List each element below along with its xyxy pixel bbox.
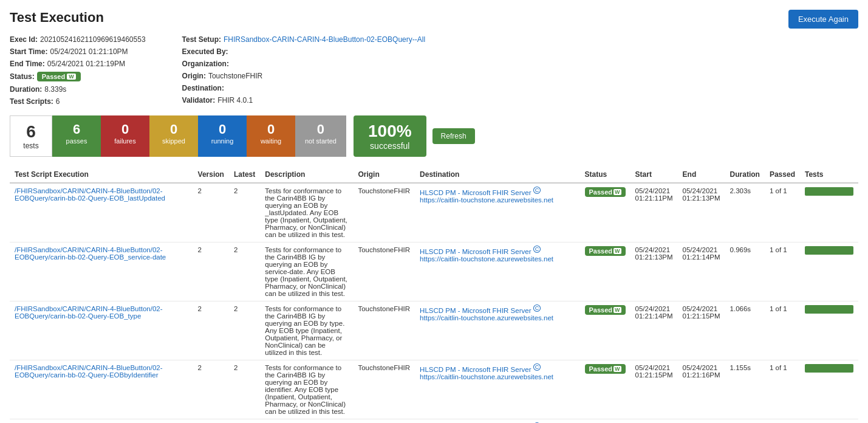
col-header-version: Version <box>193 167 229 183</box>
end-time-row: End Time: 05/24/2021 01:21:19PM <box>10 60 146 68</box>
page-title: Test Execution <box>10 10 858 26</box>
end-time-value: 05/24/2021 01:21:19PM <box>47 60 125 68</box>
start-time-row: Start Time: 05/24/2021 01:21:10PM <box>10 47 146 56</box>
destination-cell: HLSCD PM - Microsoft FHIR Server C https… <box>415 301 579 360</box>
end-cell: 05/24/202101:21:13PM <box>678 183 725 242</box>
duration-cell: 0.969s <box>725 242 765 301</box>
tests-cell <box>800 242 858 301</box>
passed-cell: 1 of 1 <box>765 301 800 360</box>
progress-bar-wrap <box>805 364 853 373</box>
status-cell: Passed W <box>580 301 630 360</box>
version-cell: 2 <box>193 360 229 419</box>
end-cell: 05/24/202101:21:18PM <box>678 419 725 424</box>
test-setup-row: Test Setup: FHIRSandbox-CARIN-CARIN-4-Bl… <box>182 35 426 44</box>
description-cell: Tests for conformance to the Carin4BB IG… <box>260 301 353 360</box>
origin-cell: TouchstoneFHIR <box>353 242 415 301</box>
passed-cell: 1 of 1 <box>765 183 800 242</box>
failures-label: failures <box>111 137 140 145</box>
executed-by-row: Executed By: <box>182 47 426 56</box>
version-cell: 2 <box>193 242 229 301</box>
destination-link[interactable]: HLSCD PM - Microsoft FHIR Server C https… <box>420 189 553 204</box>
col-header-origin: Origin <box>353 167 415 183</box>
duration-value: 8.339s <box>44 85 66 94</box>
exec-id-label: Exec Id: <box>10 35 38 44</box>
executed-by-label: Executed By: <box>182 47 228 56</box>
skipped-num: 0 <box>159 122 188 137</box>
origin-value: TouchstoneFHIR <box>208 72 262 80</box>
passed-cell: 1 of 1 <box>765 360 800 419</box>
waiting-label: waiting <box>256 137 285 145</box>
latest-cell: 2 <box>229 301 260 360</box>
latest-cell: 2 <box>229 183 260 242</box>
script-link[interactable]: /FHIRSandbox/CARIN/CARIN-4-BlueButton/02… <box>15 305 188 320</box>
end-cell: 05/24/202101:21:16PM <box>678 360 725 419</box>
destination-link[interactable]: HLSCD PM - Microsoft FHIR Server C https… <box>420 248 553 263</box>
summary-skipped: 0 skipped <box>149 115 198 157</box>
exec-id-row: Exec Id: 20210524162110969619460553 <box>10 35 146 44</box>
start-cell: 05/24/202101:21:13PM <box>630 242 678 301</box>
row-status-badge: Passed W <box>585 305 626 315</box>
destination-row: Destination: <box>182 84 426 92</box>
summary-waiting: 0 waiting <box>247 115 295 157</box>
status-badge: Passed W <box>37 72 81 81</box>
start-cell: 05/24/202101:21:11PM <box>630 183 678 242</box>
waiting-num: 0 <box>256 122 285 137</box>
duration-cell: 1.066s <box>725 301 765 360</box>
status-badge-text: Passed <box>42 73 66 80</box>
end-cell: 05/24/202101:21:15PM <box>678 301 725 360</box>
version-cell: 2 <box>193 419 229 424</box>
status-cell: Passed W <box>580 360 630 419</box>
notstarted-num: 0 <box>305 122 337 137</box>
validator-row: Validator: FHIR 4.0.1 <box>182 96 426 105</box>
progress-bar-wrap <box>805 187 853 196</box>
end-cell: 05/24/202101:21:14PM <box>678 242 725 301</box>
latest-cell: 2 <box>229 360 260 419</box>
progress-bar-wrap <box>805 246 853 255</box>
meta-col-left: Exec Id: 20210524162110969619460553 Star… <box>10 35 146 106</box>
passes-num: 6 <box>62 122 91 137</box>
col-header-start: Start <box>630 167 678 183</box>
running-label: running <box>208 137 237 145</box>
running-num: 0 <box>208 122 237 137</box>
start-time-label: Start Time: <box>10 47 47 56</box>
start-cell: 05/24/202101:21:14PM <box>630 301 678 360</box>
start-time-value: 05/24/2021 01:21:10PM <box>50 47 128 56</box>
progress-bar-fill <box>805 246 853 255</box>
destination-cell: HLSCD PM - Microsoft FHIR Server C https… <box>415 242 579 301</box>
origin-cell: TouchstoneFHIR <box>353 419 415 424</box>
tests-num: 6 <box>20 122 42 142</box>
script-link[interactable]: /FHIRSandbox/CARIN/CARIN-4-BlueButton/02… <box>15 246 188 261</box>
test-scripts-label: Test Scripts: <box>10 97 53 106</box>
origin-cell: TouchstoneFHIR <box>353 183 415 242</box>
origin-cell: TouchstoneFHIR <box>353 360 415 419</box>
table-row: /FHIRSandbox/CARIN/CARIN-4-BlueButton/02… <box>10 419 858 424</box>
passed-cell: 1 of 1 <box>765 242 800 301</box>
execute-again-button[interactable]: Execute Again <box>788 10 858 29</box>
script-link[interactable]: /FHIRSandbox/CARIN/CARIN-4-BlueButton/02… <box>15 364 188 379</box>
refresh-button[interactable]: Refresh <box>432 128 475 144</box>
row-status-badge: Passed W <box>585 364 626 374</box>
status-row: Status: Passed W <box>10 72 146 81</box>
row-status-badge: Passed W <box>585 187 626 197</box>
tests-cell <box>800 419 858 424</box>
col-header-description: Description <box>260 167 353 183</box>
destination-link[interactable]: HLSCD PM - Microsoft FHIR Server C https… <box>420 366 553 380</box>
progress-bar-wrap <box>805 305 853 314</box>
meta-col-right: Test Setup: FHIRSandbox-CARIN-CARIN-4-Bl… <box>182 35 426 106</box>
destination-link[interactable]: HLSCD PM - Microsoft FHIR Server C https… <box>420 307 553 322</box>
meta-section: Exec Id: 20210524162110969619460553 Star… <box>10 35 858 106</box>
origin-cell: TouchstoneFHIR <box>353 301 415 360</box>
skipped-label: skipped <box>159 137 188 145</box>
status-w-badge: W <box>67 74 76 80</box>
test-scripts-row: Test Scripts: 6 <box>10 97 146 106</box>
table-row: /FHIRSandbox/CARIN/CARIN-4-BlueButton/02… <box>10 360 858 419</box>
origin-row: Origin: TouchstoneFHIR <box>182 72 426 80</box>
summary-bar: 6 tests 6 passes 0 failures 0 skipped 0 … <box>10 115 858 157</box>
script-link[interactable]: /FHIRSandbox/CARIN/CARIN-4-BlueButton/02… <box>15 187 188 202</box>
validator-label: Validator: <box>182 96 216 105</box>
duration-row: Duration: 8.339s <box>10 85 146 94</box>
test-setup-link[interactable]: FHIRSandbox-CARIN-CARIN-4-BlueButton-02-… <box>224 35 425 44</box>
success-label: successful <box>368 141 412 151</box>
organization-label: Organization: <box>182 60 229 68</box>
col-header-destination: Destination <box>415 167 579 183</box>
